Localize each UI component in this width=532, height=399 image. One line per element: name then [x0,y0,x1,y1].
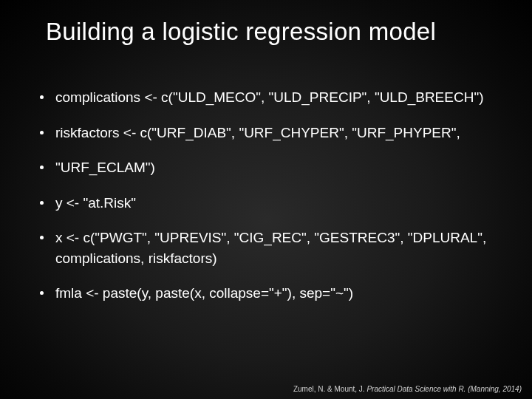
bullet-icon [40,166,44,169]
slide-title: Building a logistic regression model [0,0,532,46]
list-item: "URF_ECLAM") [40,157,497,178]
citation-authors: Zumel, N. & Mount, J. [293,385,366,393]
list-item: riskfactors <- c("URF_DIAB", "URF_CHYPER… [40,123,497,143]
bullet-icon [40,95,44,99]
bullet-text: x <- c("PWGT", "UPREVIS", "CIG_REC", "GE… [55,228,497,268]
citation-pub: (Manning, 2014) [466,385,522,393]
list-item: complications <- c("ULD_MECO", "ULD_PREC… [40,87,497,108]
bullet-list: complications <- c("ULD_MECO", "ULD_PREC… [0,46,532,304]
bullet-text: riskfactors <- c("URF_DIAB", "URF_CHYPER… [55,123,497,143]
citation-title: Practical Data Science with R. [366,385,466,393]
bullet-icon [40,131,44,134]
bullet-icon [40,201,44,205]
bullet-text: "URF_ECLAM") [55,157,497,178]
bullet-text: fmla <- paste(y, paste(x, collapse="+"),… [55,283,497,304]
list-item: y <- "at.Risk" [40,193,497,214]
list-item: fmla <- paste(y, paste(x, collapse="+"),… [40,283,497,304]
bullet-text: complications <- c("ULD_MECO", "ULD_PREC… [55,87,497,108]
citation: Zumel, N. & Mount, J. Practical Data Sci… [293,385,522,393]
bullet-icon [40,291,44,295]
bullet-icon [40,236,44,239]
list-item: x <- c("PWGT", "UPREVIS", "CIG_REC", "GE… [40,228,497,268]
bullet-text: y <- "at.Risk" [55,193,497,214]
